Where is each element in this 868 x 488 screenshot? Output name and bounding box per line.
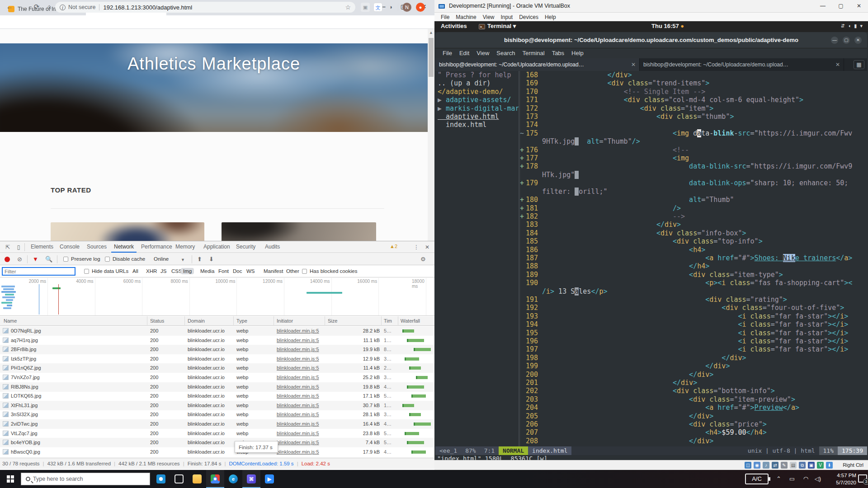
file-explorer-button[interactable] <box>188 470 206 488</box>
code-line[interactable]: 170 <!-- Single Item --> <box>520 88 867 96</box>
activities-button[interactable]: Activities <box>441 23 467 29</box>
record-icon[interactable] <box>5 257 10 262</box>
terminal-menu-terminal[interactable]: Terminal <box>523 48 545 58</box>
vbox-menu-devices[interactable]: Devices <box>519 13 538 22</box>
menu-extension-icon[interactable]: ● <box>416 3 425 12</box>
filter-pill-xhr[interactable]: XHR <box>144 268 159 274</box>
filter-pill-font[interactable]: Font <box>216 268 231 274</box>
network-request-row[interactable]: 2BFr8ib.jpg200blinkloader.ucr.iowebpblin… <box>0 345 434 354</box>
code-line[interactable]: +182 --> <box>520 212 867 221</box>
zoom-taskbar-button[interactable]: ▶ <box>260 470 278 488</box>
shared-folders-icon[interactable]: ▤ <box>790 462 797 469</box>
code-line[interactable]: 195 <i class="far fa-star"></i> <box>520 329 867 337</box>
terminal-menu-view[interactable]: View <box>476 48 489 58</box>
code-line[interactable]: 188 </h4> <box>520 262 867 270</box>
terminal-tab[interactable]: bishibop@development: ~/Code/Uploadcare/… <box>435 58 640 71</box>
filter-pill-doc[interactable]: Doc <box>231 268 244 274</box>
filter-pill-js[interactable]: JS <box>158 268 169 274</box>
search-icon[interactable]: 🔍 <box>45 256 52 263</box>
code-line[interactable]: 205 </div> <box>520 412 867 420</box>
request-initiator-link[interactable]: blinkloader.min.js:5 <box>277 375 319 380</box>
terminal-tab-close-icon[interactable]: ✕ <box>631 61 636 68</box>
code-line[interactable]: /i> 13 Sales</p> <box>520 287 867 296</box>
hide-data-urls-checkbox[interactable] <box>84 269 89 274</box>
network-request-row[interactable]: LOTKQ65.jpg200blinkloader.ucr.iowebpblin… <box>0 391 434 401</box>
product-image[interactable] <box>51 222 204 241</box>
code-line[interactable]: 171 <div class="col-md-4 col-sm-6 equal-… <box>520 96 867 104</box>
disable-cache-checkbox[interactable] <box>105 257 110 262</box>
extension-icon[interactable]: ▣ <box>361 3 370 12</box>
system-tray-icons[interactable]: ⇵ ◖ ▮ ▾ <box>840 23 863 29</box>
filter-pill-other[interactable]: Other <box>284 268 302 274</box>
focused-app-menu[interactable]: >_Terminal ▾ <box>479 23 516 29</box>
info-extension-icon[interactable]: ◑ <box>386 3 395 12</box>
filter-pill-media[interactable]: Media <box>198 268 217 274</box>
network-request-row[interactable]: 0O7NqRL.jpg200blinkloader.ucr.iowebpblin… <box>0 326 434 336</box>
start-button[interactable] <box>0 470 21 488</box>
vbox-menu-view[interactable]: View <box>483 13 495 22</box>
power-status-badge[interactable]: A/C <box>745 474 769 484</box>
scroll-up-icon[interactable]: ▲ <box>428 29 434 36</box>
request-initiator-link[interactable]: blinkloader.min.js:5 <box>277 412 319 417</box>
code-line[interactable]: +180 alt="Thumb" <box>520 196 867 204</box>
code-line[interactable]: 207 <h4>$59.00</h4> <box>520 428 867 436</box>
device-toolbar-icon[interactable]: ▯ <box>14 243 23 251</box>
vbox-menu-input[interactable]: Input <box>501 13 513 22</box>
code-line[interactable]: 168 </div> <box>520 71 867 79</box>
devtools-tab-security[interactable]: Security <box>233 241 258 253</box>
code-line[interactable]: 208 </div> <box>520 437 867 445</box>
reload-icon[interactable]: ⟳ <box>32 2 42 12</box>
code-line[interactable]: ~175 <img data-blink-src="https://i.imgu… <box>520 129 867 137</box>
filter-input[interactable] <box>2 267 75 276</box>
code-line[interactable]: filter: orill;" <box>520 188 867 196</box>
hidden-icons-chevron[interactable]: ⌃ <box>776 475 781 482</box>
translate-icon[interactable]: 文 <box>373 3 382 12</box>
code-line[interactable]: 185 <div class="top-info"> <box>520 237 867 245</box>
taskbar-clock[interactable]: 4:57 PM 5/7/2020 <box>836 472 856 486</box>
table-header-row[interactable]: NameStatusDomainTypeInitiatorSizeTimWate… <box>0 316 434 326</box>
vim-editor[interactable]: " Press ? for help.. (up a dir)</adaptiv… <box>435 71 867 446</box>
nerdtree-item[interactable]: adaptive.html <box>435 113 519 121</box>
code-line[interactable]: 187 <a href="#">Shoes: Nike trainers</a> <box>520 254 867 262</box>
nerdtree-item[interactable]: ▶ markis-digital-mar <box>435 104 519 113</box>
code-line[interactable]: +179 data-blink-ops="sharp: 10; enhance:… <box>520 179 867 187</box>
battery-icon[interactable]: ▭ <box>789 475 795 482</box>
terminal-tab-list-button[interactable]: ▦ <box>854 60 864 69</box>
terminal-menu-search[interactable]: Search <box>496 48 515 58</box>
vbox-close-button[interactable]: ✕ <box>850 0 868 12</box>
code-line[interactable]: 186 <h4> <box>520 246 867 254</box>
network-request-row[interactable]: 3nSI32X.jpg200blinkloader.ucr.iowebpblin… <box>0 410 434 419</box>
nerdtree-item[interactable]: " Press ? for help <box>435 71 519 79</box>
gear-icon[interactable]: ⚙ <box>420 256 426 263</box>
code-line[interactable]: +177 <img <box>520 154 867 162</box>
code-line[interactable]: 202 <div class="bottom-info"> <box>520 387 867 395</box>
code-line[interactable]: 201 </div> <box>520 379 867 387</box>
console-warning-badge[interactable]: ▲2 <box>390 244 397 249</box>
devtools-tab-console[interactable]: Console <box>57 241 82 253</box>
page-scrollbar[interactable]: ▲ <box>428 29 434 241</box>
code-line[interactable]: 203 <div class="item-preview"> <box>520 395 867 404</box>
back-icon[interactable]: ← <box>5 2 14 12</box>
edge-taskbar-button[interactable]: e <box>224 470 242 488</box>
filter-pill-ws[interactable]: WS <box>244 268 257 274</box>
nerdtree-item[interactable]: .. (up a dir) <box>435 79 519 87</box>
request-initiator-link[interactable]: blinkloader.min.js:5 <box>277 384 319 389</box>
terminal-tab-close-icon[interactable]: ✕ <box>835 61 840 68</box>
request-initiator-link[interactable]: blinkloader.min.js:5 <box>277 328 319 333</box>
code-line[interactable]: 197 <i class="far fa-star"></i> <box>520 345 867 353</box>
nerdtree-item[interactable]: ▶ adaptive-assets/ <box>435 96 519 104</box>
request-initiator-link[interactable]: blinkloader.min.js:5 <box>277 347 319 352</box>
code-line[interactable]: 189 <div class="item-type"> <box>520 271 867 279</box>
request-initiator-link[interactable]: blinkloader.min.js:5 <box>277 393 319 399</box>
filter-pill-manifest[interactable]: Manifest <box>261 268 285 274</box>
usb-icon[interactable]: ✎ <box>781 462 788 469</box>
terminal-close-button[interactable]: ✕ <box>854 37 862 44</box>
code-line[interactable]: 206 <div class="price"> <box>520 420 867 428</box>
devtools-tab-application[interactable]: Application <box>201 241 233 253</box>
action-center-icon[interactable]: 3 <box>858 474 867 483</box>
code-line[interactable]: +178 data-blink-src="https://i.imgur.com… <box>520 162 867 170</box>
terminal-header-bar[interactable]: bishibop@development: ~/Code/Uploadcare/… <box>435 32 867 48</box>
column-header-tim[interactable]: Tim <box>384 318 392 324</box>
filter-pill-img[interactable]: Img <box>181 268 194 274</box>
code-line[interactable]: 173 <div class="thumb"> <box>520 113 867 121</box>
